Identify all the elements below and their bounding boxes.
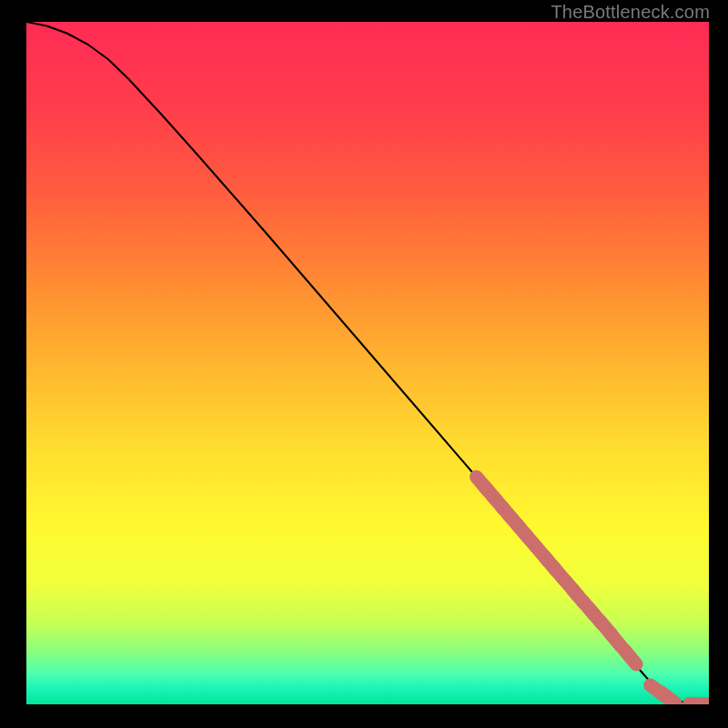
plot-svg [26,22,709,704]
attribution-label: TheBottleneck.com [551,2,710,23]
chart-stage: TheBottleneck.com [0,0,728,728]
data-marker [700,704,709,705]
plot-area [26,22,709,704]
data-marker [610,632,622,646]
data-marker [624,651,636,664]
gradient-background [26,22,709,704]
data-marker [661,693,675,703]
